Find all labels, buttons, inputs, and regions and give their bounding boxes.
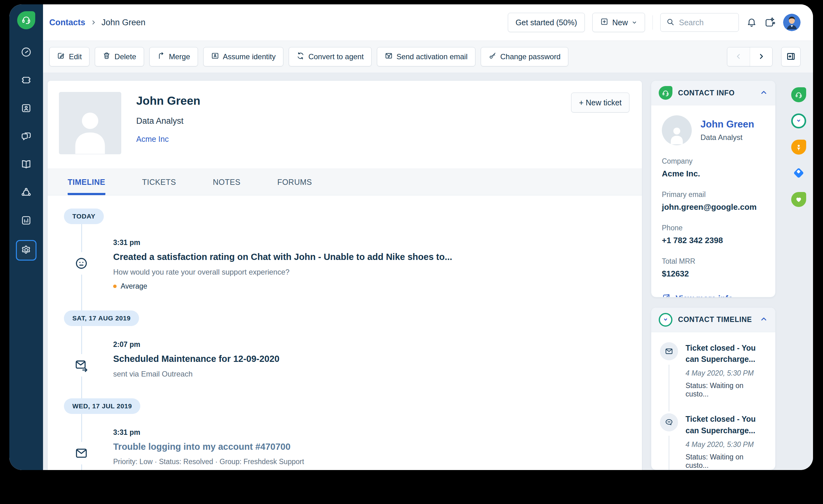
tab-notes[interactable]: NOTES [213, 169, 241, 195]
search-box[interactable] [660, 13, 739, 32]
breadcrumb-contacts-link[interactable]: Contacts [49, 18, 86, 27]
field-label: Phone [662, 224, 765, 232]
convert-to-agent-button-label: Convert to agent [308, 52, 363, 61]
sidebar-item-chats[interactable] [16, 128, 36, 145]
dashboard-icon [21, 46, 32, 58]
freshdesk-icon [791, 87, 806, 102]
chevron-right-icon [757, 52, 765, 61]
get-started-button[interactable]: Get started (50%) [508, 13, 585, 32]
collapse-contact-info-button[interactable] [760, 89, 768, 98]
sidebar-item-admin[interactable] [16, 240, 36, 261]
field-phone: Phone +1 782 342 2398 [662, 224, 765, 245]
entry-title[interactable]: Scheduled Maintenance for 12-09-2020 [113, 354, 623, 364]
freshteam-strip-icon[interactable] [791, 140, 806, 155]
contact-info-title: CONTACT INFO [678, 89, 754, 97]
breadcrumb: Contacts John Green [49, 18, 146, 27]
delete-button-label: Delete [115, 52, 136, 61]
ct-item-status: Status: Waiting on custo... [685, 381, 767, 398]
new-button[interactable]: New [592, 13, 645, 32]
contact-action-toolbar: Edit Delete Merge [43, 40, 813, 73]
contact-header: John Green Data Analyst Acme Inc + New t… [48, 81, 642, 169]
entry-time: 2:07 pm [113, 340, 623, 349]
new-ticket-button[interactable]: + New ticket [571, 93, 629, 113]
jira-strip-icon[interactable] [791, 166, 806, 181]
content-area: John Green Data Analyst Acme Inc + New t… [43, 73, 813, 470]
sidebar-item-analytics[interactable] [16, 212, 36, 229]
timeline-entry: 3:31 pm Trouble logging into my account … [113, 428, 623, 470]
contact-company-link[interactable]: Acme Inc [136, 135, 169, 144]
timeline-date-pill: SAT, 17 AUG 2019 [64, 310, 139, 326]
right-panel: CONTACT INFO [651, 80, 776, 470]
field-company: Company Acme Inc. [662, 157, 765, 179]
convert-icon [297, 52, 305, 62]
delete-button[interactable]: Delete [95, 47, 144, 66]
email-icon [70, 442, 93, 464]
main-column: Contacts John Green Get started (50%) Ne… [43, 4, 813, 470]
contact-info-header: CONTACT INFO [651, 81, 775, 105]
sidebar-item-solutions[interactable] [16, 156, 36, 173]
entry-description: sent via Email Outreach [113, 370, 623, 378]
entry-time: 3:31 pm [113, 238, 623, 247]
left-sidebar [9, 4, 43, 470]
panel-collapse-icon [786, 52, 796, 62]
send-activation-email-button[interactable]: Send activation email [377, 47, 475, 66]
sidebar-item-tickets[interactable] [16, 72, 36, 89]
contact-info-name-link[interactable]: John Green [700, 119, 754, 130]
timeline-group: WED, 17 JUL 2019 3:31 pm Trouble logging… [48, 398, 642, 470]
freshdesk-app-icon [659, 86, 672, 100]
tab-timeline[interactable]: TIMELINE [68, 169, 105, 195]
merge-button-label: Merge [169, 52, 190, 61]
tab-forums[interactable]: FORUMS [277, 169, 312, 195]
chevron-right-icon [91, 19, 97, 26]
copilot-button[interactable] [765, 16, 776, 29]
contact-pager [727, 47, 773, 66]
topbar-actions: Get started (50%) New [508, 13, 801, 32]
ct-item-title[interactable]: Ticket closed - You can Supercharge... [685, 342, 767, 365]
analytics-icon [21, 215, 32, 227]
field-value: john.green@google.com [662, 202, 765, 212]
freshdesk-logo[interactable] [17, 11, 35, 29]
convert-to-agent-button[interactable]: Convert to agent [289, 47, 371, 66]
satisfaction-rating-icon [70, 252, 93, 275]
notifications-button[interactable] [746, 17, 757, 28]
assume-identity-button[interactable]: Assume identity [203, 47, 283, 66]
sidebar-item-dashboard[interactable] [16, 44, 36, 61]
contact-info-role: Data Analyst [700, 133, 754, 142]
next-contact-button[interactable] [750, 47, 772, 66]
health-strip-icon[interactable] [791, 192, 806, 207]
timeline-group: TODAY 3:31 pm Creat [48, 208, 642, 291]
breadcrumb-current: John Green [102, 18, 146, 27]
freshdesk-strip-icon[interactable] [791, 87, 806, 102]
contact-role: Data Analyst [136, 116, 200, 126]
contact-avatar-placeholder [59, 92, 121, 154]
previous-contact-button[interactable] [727, 47, 750, 66]
change-password-button[interactable]: Change password [481, 47, 568, 66]
app-window: Contacts John Green Get started (50%) Ne… [9, 4, 813, 470]
user-avatar[interactable] [783, 14, 801, 31]
sidebar-item-contacts[interactable] [16, 100, 36, 117]
search-input[interactable] [679, 18, 733, 27]
contact-timeline-item-text: Ticket closed - You can Supercharge... 4… [685, 413, 767, 470]
collapse-panel-button[interactable] [781, 47, 801, 66]
field-value: $12632 [662, 269, 765, 279]
merge-button[interactable]: Merge [149, 47, 198, 66]
view-more-info-link[interactable]: View more info [662, 293, 765, 297]
contact-info-card: CONTACT INFO [651, 80, 776, 297]
entry-title-ticket-link[interactable]: Trouble logging into my account #470700 [113, 442, 623, 452]
top-header: Contacts John Green Get started (50%) Ne… [43, 4, 813, 40]
merge-icon [157, 52, 165, 62]
id-card-icon [211, 52, 219, 62]
timeline-entry: 3:31 pm Created a satisfaction rating on… [113, 238, 623, 291]
collapse-contact-timeline-button[interactable] [760, 315, 768, 324]
time-tracking-strip-icon[interactable] [791, 114, 806, 128]
community-icon [21, 187, 32, 199]
edit-button[interactable]: Edit [49, 47, 90, 66]
entry-title[interactable]: Created a satisfaction rating on Chat wi… [113, 252, 623, 262]
timeline-entry: 2:07 pm Scheduled Maintenance for 12-09-… [113, 340, 623, 378]
ct-item-title[interactable]: Ticket closed - You can Supercharge... [685, 413, 767, 436]
chevron-up-icon [760, 315, 768, 324]
tab-tickets[interactable]: TICKETS [142, 169, 176, 195]
timeline-group: SAT, 17 AUG 2019 2:07 pm Scheduled Mai [48, 310, 642, 378]
key-icon [489, 52, 497, 62]
sidebar-item-community[interactable] [16, 184, 36, 201]
